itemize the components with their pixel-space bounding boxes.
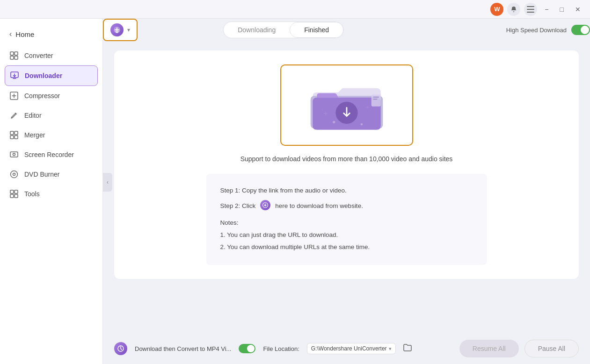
- svg-text:+: +: [323, 109, 328, 117]
- convert-label: Download then Convert to MP4 Vi...: [135, 345, 231, 352]
- file-path-text: G:\Wondershare UniConverter: [311, 345, 387, 352]
- step1-text: Step 1: Copy the link from the audio or …: [220, 185, 347, 196]
- bell-button[interactable]: [507, 3, 520, 16]
- tools-label: Tools: [24, 190, 40, 198]
- merger-icon: [9, 130, 19, 140]
- speed-toggle-label: High Speed Download: [506, 27, 567, 34]
- minimize-button[interactable]: −: [541, 4, 552, 15]
- sidebar: ‹ Home Converter Do: [0, 19, 103, 364]
- sidebar-item-dvd-burner[interactable]: DVD Burner: [0, 164, 102, 184]
- svg-rect-24: [373, 97, 379, 98]
- dvd-burner-label: DVD Burner: [24, 171, 59, 178]
- svg-rect-3: [10, 52, 14, 55]
- collapse-icon: ‹: [107, 179, 109, 186]
- step2-row: Step 2: Click here to download from webs…: [220, 200, 473, 212]
- add-download-icon: [110, 23, 124, 36]
- back-arrow-icon: ‹: [9, 30, 12, 38]
- svg-point-16: [13, 173, 15, 176]
- action-buttons: Resume All Pause All: [459, 340, 579, 357]
- sidebar-item-screen-recorder[interactable]: Screen Recorder: [0, 145, 102, 164]
- svg-rect-4: [15, 52, 18, 55]
- svg-point-29: [360, 123, 363, 126]
- steps-box: Step 1: Copy the link from the audio or …: [206, 174, 487, 265]
- sidebar-collapse-btn[interactable]: ‹: [103, 173, 112, 192]
- svg-rect-13: [10, 152, 18, 157]
- svg-rect-1: [527, 9, 534, 10]
- topbar: ▾ Downloading Finished High Speed Downlo…: [103, 19, 590, 41]
- svg-rect-5: [10, 56, 14, 59]
- sidebar-item-tools[interactable]: Tools: [0, 184, 102, 204]
- screen-recorder-label: Screen Recorder: [24, 151, 74, 158]
- editor-label: Editor: [24, 112, 42, 119]
- merger-label: Merger: [24, 131, 45, 139]
- downloader-icon: [10, 71, 19, 80]
- menu-button[interactable]: [524, 3, 537, 16]
- svg-rect-6: [15, 56, 18, 59]
- svg-rect-19: [10, 194, 14, 198]
- svg-rect-10: [15, 131, 18, 135]
- note2: 2. You can download multiple URLs at the…: [220, 242, 473, 253]
- tab-group: Downloading Finished: [223, 21, 344, 38]
- step2-suffix: here to download from website.: [275, 200, 363, 212]
- editor-icon: [9, 111, 19, 120]
- sidebar-back-label: Home: [15, 30, 34, 38]
- compressor-label: Compressor: [24, 92, 60, 100]
- screen-recorder-icon: [9, 150, 19, 159]
- svg-text:+: +: [365, 104, 369, 111]
- sidebar-item-editor[interactable]: Editor: [0, 106, 102, 125]
- bottom-bar: Download then Convert to MP4 Vi... File …: [103, 333, 590, 364]
- convert-icon: [114, 342, 127, 355]
- file-path-selector[interactable]: G:\Wondershare UniConverter ▾: [307, 343, 396, 354]
- svg-rect-12: [15, 136, 18, 139]
- svg-point-15: [11, 171, 18, 178]
- illustration-box: + +: [280, 64, 413, 146]
- sidebar-item-converter[interactable]: Converter: [0, 46, 102, 65]
- sidebar-item-downloader[interactable]: Downloader: [5, 65, 98, 86]
- add-download-button[interactable]: ▾: [103, 19, 138, 41]
- pause-all-button[interactable]: Pause All: [524, 340, 579, 357]
- app-body: ‹ Home Converter Do: [0, 19, 590, 364]
- svg-rect-11: [10, 136, 14, 139]
- center-area: + + Support to download videos from more…: [103, 50, 590, 333]
- sidebar-item-merger[interactable]: Merger: [0, 125, 102, 145]
- maximize-button[interactable]: □: [556, 4, 568, 15]
- svg-rect-2: [527, 12, 534, 13]
- resume-all-button[interactable]: Resume All: [459, 340, 519, 357]
- close-button[interactable]: ✕: [571, 4, 584, 15]
- notes-title: Notes:: [220, 217, 473, 228]
- svg-rect-0: [527, 6, 534, 7]
- step2-icon: [260, 200, 270, 210]
- tab-finished[interactable]: Finished: [290, 22, 343, 38]
- sidebar-back[interactable]: ‹ Home: [0, 26, 102, 46]
- converter-icon: [9, 51, 19, 60]
- tools-icon: [9, 189, 19, 199]
- step1-row: Step 1: Copy the link from the audio or …: [220, 185, 473, 196]
- dvd-burner-icon: [9, 170, 19, 179]
- step2-prefix: Step 2: Click: [220, 200, 256, 212]
- tab-downloading[interactable]: Downloading: [224, 22, 290, 38]
- svg-rect-25: [373, 99, 377, 100]
- content-panel: + + Support to download videos from more…: [114, 50, 579, 279]
- svg-point-14: [13, 153, 15, 156]
- user-avatar: W: [490, 3, 503, 16]
- convert-toggle[interactable]: [239, 344, 255, 353]
- speed-toggle-group: High Speed Download: [506, 25, 590, 35]
- support-text: Support to download videos from more tha…: [240, 155, 453, 163]
- sidebar-item-compressor[interactable]: Compressor: [0, 86, 102, 106]
- speed-toggle-switch[interactable]: [571, 25, 590, 35]
- converter-label: Converter: [24, 52, 53, 59]
- open-folder-button[interactable]: [403, 344, 412, 353]
- svg-rect-18: [15, 190, 18, 193]
- svg-rect-23: [371, 94, 380, 106]
- file-location-label: File Location:: [263, 345, 299, 352]
- svg-rect-20: [15, 194, 18, 198]
- svg-rect-9: [10, 131, 14, 135]
- main-area: ▾ Downloading Finished High Speed Downlo…: [103, 19, 590, 364]
- downloader-label: Downloader: [25, 72, 62, 79]
- svg-rect-17: [10, 190, 14, 193]
- add-btn-arrow: ▾: [127, 27, 130, 33]
- compressor-icon: [9, 91, 19, 100]
- folder-svg: + +: [300, 75, 393, 136]
- note1: 1. You can just drag the URL to download…: [220, 229, 473, 241]
- file-path-dropdown-icon: ▾: [389, 346, 392, 352]
